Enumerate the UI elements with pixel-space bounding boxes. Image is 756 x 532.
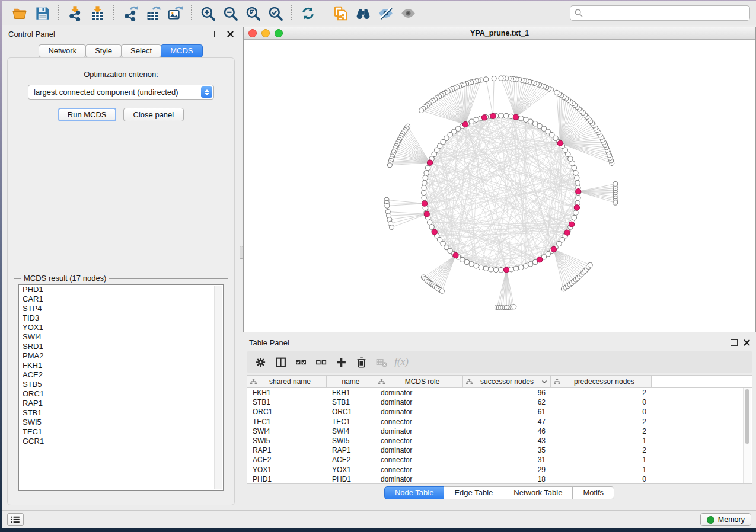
zoom-fit-icon[interactable]	[243, 4, 263, 23]
column-header-predecessor-nodes[interactable]: predecessor nodes	[551, 376, 652, 387]
save-session-icon[interactable]	[32, 4, 52, 23]
table-cell[interactable]: 0	[551, 475, 652, 483]
table-cell[interactable]: TEC1	[327, 418, 375, 426]
table-cell[interactable]: 29	[463, 466, 551, 474]
table-cell[interactable]: PHD1	[247, 475, 327, 483]
column-header-MCDS-role[interactable]: MCDS role	[375, 376, 463, 387]
tab-style[interactable]: Style	[85, 44, 122, 57]
mcds-node-item[interactable]: ORC1	[19, 389, 223, 399]
table-cell[interactable]: SWI5	[327, 437, 375, 445]
table-cell[interactable]: dominator	[375, 398, 463, 406]
table-cell[interactable]: RAP1	[247, 446, 327, 454]
export-network-icon[interactable]	[120, 4, 140, 23]
table-cell[interactable]: STB1	[327, 398, 375, 406]
zoom-traffic-light[interactable]	[275, 29, 283, 37]
run-mcds-button[interactable]: Run MCDS	[58, 108, 116, 121]
task-history-icon[interactable]	[7, 513, 24, 526]
table-cell[interactable]: dominator	[375, 427, 463, 435]
mcds-node-item[interactable]: GCR1	[19, 437, 223, 446]
table-row[interactable]: ORC1ORC1dominator610	[247, 407, 752, 416]
table-cell[interactable]: 43	[463, 437, 551, 445]
table-cell[interactable]: 1	[551, 456, 652, 464]
table-cell[interactable]: STB1	[247, 398, 327, 406]
table-cell[interactable]: ORC1	[247, 408, 327, 416]
mcds-node-item[interactable]: SWI5	[19, 418, 223, 427]
table-cell[interactable]: 18	[463, 475, 551, 483]
import-network-icon[interactable]	[65, 4, 85, 23]
table-cell[interactable]: ACE2	[327, 456, 375, 464]
show-columns-icon[interactable]	[272, 354, 289, 370]
table-cell[interactable]: 1	[551, 466, 652, 474]
table-cell[interactable]: dominator	[375, 446, 463, 454]
import-table-icon[interactable]	[87, 4, 107, 23]
table-cell[interactable]: 35	[463, 446, 551, 454]
column-header-shared-name[interactable]: shared name	[247, 376, 327, 387]
float-icon[interactable]	[214, 31, 221, 37]
mcds-node-item[interactable]: ACE2	[19, 370, 223, 380]
tab-edge-table[interactable]: Edge Table	[444, 486, 503, 499]
zoom-out-icon[interactable]	[220, 4, 240, 23]
tab-network[interactable]: Network	[39, 44, 86, 57]
table-cell[interactable]: 46	[463, 427, 551, 435]
table-scrollbar-thumb[interactable]	[745, 389, 749, 444]
select-all-rows-icon[interactable]	[292, 354, 310, 370]
table-cell[interactable]: connector	[375, 437, 463, 445]
float-icon[interactable]	[731, 339, 738, 346]
mcds-node-item[interactable]: SRD1	[19, 342, 223, 351]
table-cell[interactable]: SWI4	[327, 427, 375, 435]
mcds-node-item[interactable]: SWI4	[19, 332, 223, 342]
mcds-node-item[interactable]: FKH1	[19, 361, 223, 370]
panel-splitter[interactable]	[240, 25, 243, 510]
table-row[interactable]: SWI5SWI5connector431	[247, 436, 752, 446]
mcds-node-item[interactable]: YOX1	[19, 323, 223, 332]
mcds-node-item[interactable]: TID3	[19, 313, 223, 323]
table-row[interactable]: TEC1TEC1connector472	[247, 417, 752, 427]
apply-layout-icon[interactable]	[298, 4, 318, 23]
zoom-in-icon[interactable]	[197, 4, 218, 23]
search-input[interactable]	[586, 8, 745, 18]
column-header-name[interactable]: name	[327, 376, 375, 387]
minimize-traffic-light[interactable]	[261, 29, 270, 37]
table-row[interactable]: SWI4SWI4dominator462	[247, 427, 752, 436]
table-cell[interactable]: dominator	[375, 408, 463, 416]
table-cell[interactable]: dominator	[375, 389, 463, 397]
tab-node-table[interactable]: Node Table	[384, 486, 445, 499]
table-cell[interactable]: 2	[551, 427, 652, 435]
table-cell[interactable]: 31	[463, 456, 551, 464]
add-icon[interactable]	[332, 354, 350, 370]
search-box[interactable]	[570, 5, 750, 21]
table-cell[interactable]: ACE2	[247, 456, 327, 464]
table-cell[interactable]: connector	[375, 456, 463, 464]
tab-motifs[interactable]: Motifs	[572, 486, 614, 499]
open-file-icon[interactable]	[9, 4, 30, 23]
mcds-node-item[interactable]: PMA2	[19, 351, 223, 361]
table-cell[interactable]: 96	[463, 389, 551, 397]
network-window-titlebar[interactable]: YPA_prune.txt_1	[244, 27, 755, 40]
criterion-select[interactable]: largest connected component (undirected)	[28, 85, 214, 100]
table-cell[interactable]: 2	[551, 389, 652, 397]
tab-mcds[interactable]: MCDS	[161, 44, 202, 57]
table-cell[interactable]: 2	[551, 418, 652, 426]
table-cell[interactable]: 61	[463, 408, 551, 416]
table-cell[interactable]: 0	[551, 408, 652, 416]
table-cell[interactable]: dominator	[375, 475, 463, 483]
mcds-node-item[interactable]: STB1	[19, 408, 223, 418]
tab-network-table[interactable]: Network Table	[503, 486, 573, 499]
table-row[interactable]: STB1STB1dominator620	[247, 398, 752, 407]
table-cell[interactable]: 2	[551, 446, 652, 454]
table-row[interactable]: ACE2ACE2connector311	[247, 455, 752, 464]
table-row[interactable]: RAP1RAP1dominator352	[247, 446, 752, 455]
table-cell[interactable]: SWI5	[247, 437, 327, 445]
mcds-node-item[interactable]: STB5	[19, 380, 223, 389]
table-cell[interactable]: connector	[375, 466, 463, 474]
close-icon[interactable]	[227, 31, 234, 37]
table-row[interactable]: FKH1FKH1dominator962	[247, 388, 752, 398]
export-image-icon[interactable]	[165, 4, 185, 23]
hide-selected-icon[interactable]	[375, 4, 395, 23]
memory-button[interactable]: Memory	[700, 513, 751, 526]
table-cell[interactable]: 47	[463, 418, 551, 426]
table-cell[interactable]: FKH1	[247, 389, 327, 397]
settings-gear-icon[interactable]	[251, 354, 269, 370]
table-cell[interactable]: RAP1	[327, 446, 375, 454]
mcds-node-item[interactable]: PHD1	[19, 285, 223, 294]
